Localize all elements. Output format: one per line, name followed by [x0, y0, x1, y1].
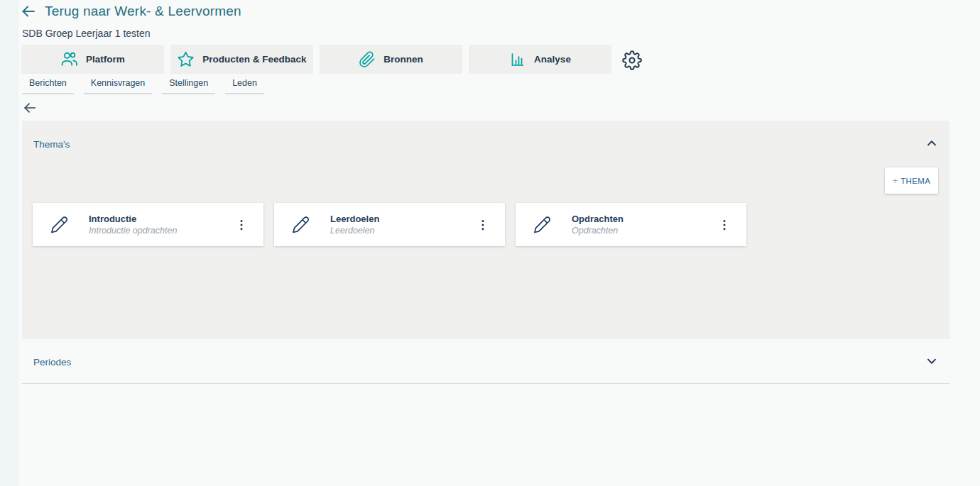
- back-to-werkvormen-link[interactable]: Terug naar Werk- & Leervormen: [20, 3, 241, 20]
- pen-icon: [291, 215, 310, 234]
- chevron-down-icon[interactable]: [924, 353, 940, 369]
- thema-card-opdrachten[interactable]: Opdrachten Opdrachten: [516, 203, 746, 246]
- kebab-menu-icon[interactable]: [235, 216, 248, 234]
- group-subtitle: SDB Groep Leerjaar 1 testen: [22, 28, 151, 39]
- window-left-edge: [0, 0, 18, 486]
- thema-card-subtitle: Introductie opdrachten: [89, 225, 235, 237]
- thema-card-title: Opdrachten: [572, 213, 718, 225]
- pen-icon: [533, 215, 552, 234]
- subtab-berichten[interactable]: Berichten: [22, 76, 74, 94]
- subtab-stellingen[interactable]: Stellingen: [162, 76, 215, 94]
- themas-panel: Thema's + THEMA Introductie Introductie …: [22, 121, 949, 339]
- thema-card-leerdoelen[interactable]: Leerdoelen Leerdoelen: [274, 203, 505, 246]
- thema-card-introductie[interactable]: Introductie Introductie opdrachten: [33, 203, 263, 246]
- thema-card-title: Leerdoelen: [330, 213, 477, 225]
- subtab-leden[interactable]: Leden: [225, 76, 264, 94]
- tab-platform-label: Platform: [86, 54, 125, 65]
- plus-icon: +: [893, 175, 898, 186]
- tab-analyse-label: Analyse: [534, 54, 571, 65]
- settings-gear-icon[interactable]: [622, 50, 642, 70]
- thema-card-subtitle: Opdrachten: [572, 225, 718, 237]
- thema-card-title: Introductie: [89, 213, 235, 225]
- add-thema-button[interactable]: + THEMA: [885, 167, 938, 194]
- tab-bronnen[interactable]: Bronnen: [320, 45, 462, 74]
- bar-chart-icon: [509, 51, 526, 68]
- pen-icon: [50, 215, 69, 234]
- back-link-label: Terug naar Werk- & Leervormen: [45, 4, 241, 19]
- tab-producten-feedback-label: Producten & Feedback: [202, 54, 306, 65]
- subtab-kennisvragen[interactable]: Kennisvragen: [84, 76, 152, 94]
- people-icon: [60, 50, 78, 68]
- thema-card-texts: Introductie Introductie opdrachten: [89, 213, 235, 237]
- thema-cards-row: Introductie Introductie opdrachten Leerd…: [33, 203, 746, 246]
- tab-bronnen-label: Bronnen: [383, 54, 423, 65]
- sub-tabbar: Berichten Kennisvragen Stellingen Leden: [22, 76, 264, 94]
- tab-platform[interactable]: Platform: [21, 45, 164, 74]
- thema-card-texts: Leerdoelen Leerdoelen: [330, 213, 477, 237]
- periodes-section-header[interactable]: Periodes: [22, 339, 949, 384]
- paperclip-icon: [359, 51, 376, 68]
- chevron-up-icon[interactable]: [924, 136, 940, 151]
- star-icon: [177, 50, 195, 68]
- tab-analyse[interactable]: Analyse: [469, 45, 611, 74]
- thema-card-subtitle: Leerdoelen: [330, 225, 477, 237]
- tab-producten-feedback[interactable]: Producten & Feedback: [170, 45, 313, 74]
- themas-title: Thema's: [33, 139, 70, 150]
- kebab-menu-icon[interactable]: [718, 216, 731, 234]
- back-arrow-icon[interactable]: [22, 100, 38, 116]
- thema-card-texts: Opdrachten Opdrachten: [572, 213, 718, 237]
- kebab-menu-icon[interactable]: [477, 216, 489, 234]
- arrow-left-icon: [20, 3, 37, 20]
- periodes-title: Periodes: [33, 357, 71, 368]
- add-thema-button-label: THEMA: [900, 177, 930, 185]
- main-tabbar: Platform Producten & Feedback Bronnen: [21, 45, 611, 74]
